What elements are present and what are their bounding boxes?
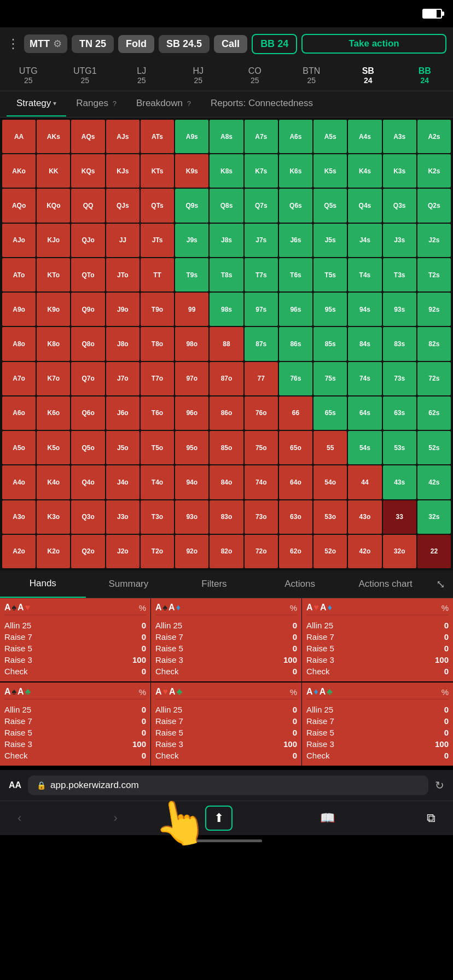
matrix-cell[interactable]: Q5o [71,431,104,464]
matrix-cell[interactable]: 93o [175,500,208,534]
matrix-cell[interactable]: AKo [2,154,36,188]
matrix-cell[interactable]: T8o [141,327,174,360]
matrix-cell[interactable]: K7o [37,362,70,395]
matrix-cell[interactable]: 73s [383,362,416,395]
matrix-cell[interactable]: J5o [106,431,140,464]
matrix-cell[interactable]: A9o [2,293,36,326]
matrix-cell[interactable]: QJs [106,189,140,222]
matrix-cell[interactable]: A6o [2,396,36,430]
matrix-cell[interactable]: 62s [417,396,451,430]
matrix-cell[interactable]: 83o [210,500,243,534]
matrix-cell[interactable]: A4o [2,465,36,499]
matrix-cell[interactable]: J3o [106,500,140,534]
matrix-cell[interactable]: Q3s [383,189,416,222]
pos-bb[interactable]: BB 24 [397,60,454,91]
matrix-cell[interactable]: A5s [313,120,347,153]
forward-button[interactable]: › [109,807,121,830]
matrix-cell[interactable]: AQs [71,120,104,153]
bb-button[interactable]: BB 24 [252,34,297,54]
matrix-cell[interactable]: 95o [175,431,208,464]
matrix-cell[interactable]: A2s [417,120,451,153]
matrix-cell[interactable]: 77 [245,362,278,395]
matrix-cell[interactable]: A7s [245,120,278,153]
matrix-cell[interactable]: 85s [313,327,347,360]
matrix-cell[interactable]: 97s [245,293,278,326]
tab-strategy[interactable]: Strategy ▾ [7,91,66,116]
matrix-cell[interactable]: K3s [383,154,416,188]
matrix-cell[interactable]: 62o [279,535,312,568]
matrix-cell[interactable]: J8o [106,327,140,360]
tab-ranges[interactable]: Ranges ? [66,91,126,116]
hand-combo[interactable]: A♦A♣ [306,687,333,697]
matrix-cell[interactable]: QTo [71,258,104,291]
matrix-cell[interactable]: KJs [106,154,140,188]
matrix-cell[interactable]: Q8s [210,189,243,222]
matrix-cell[interactable]: 98s [210,293,243,326]
matrix-cell[interactable]: J5s [313,224,347,257]
matrix-cell[interactable]: K9s [175,154,208,188]
sb-button[interactable]: SB 24.5 [159,35,210,53]
matrix-cell[interactable]: 87o [210,362,243,395]
matrix-cell[interactable]: A8o [2,327,36,360]
url-bar[interactable]: 🔒 app.pokerwizard.com [28,775,428,795]
matrix-cell[interactable]: 44 [348,465,381,499]
pos-co[interactable]: CO 25 [226,60,283,91]
matrix-cell[interactable]: 86o [210,396,243,430]
matrix-cell[interactable]: AJo [2,224,36,257]
matrix-cell[interactable]: 92s [417,293,451,326]
matrix-cell[interactable]: J4o [106,465,140,499]
matrix-cell[interactable]: A3s [383,120,416,153]
share-button[interactable]: ⬆ [205,806,233,831]
mtt-group[interactable]: MTT ⚙ [24,34,67,53]
matrix-cell[interactable]: QTs [141,189,174,222]
gear-icon[interactable]: ⚙ [53,38,62,50]
matrix-cell[interactable]: A5o [2,431,36,464]
matrix-cell[interactable]: J8s [210,224,243,257]
matrix-cell[interactable]: 63o [279,500,312,534]
matrix-cell[interactable]: 76o [245,396,278,430]
matrix-cell[interactable]: J7o [106,362,140,395]
matrix-cell[interactable]: A3o [2,500,36,534]
matrix-cell[interactable]: K4s [348,154,381,188]
pos-utg[interactable]: UTG 25 [0,60,57,91]
matrix-cell[interactable]: KQs [71,154,104,188]
matrix-cell[interactable]: 64s [348,396,381,430]
matrix-cell[interactable]: KTo [37,258,70,291]
matrix-cell[interactable]: T4s [348,258,381,291]
matrix-cell[interactable]: 64o [279,465,312,499]
call-button[interactable]: Call [214,35,247,53]
matrix-cell[interactable]: 42s [417,465,451,499]
matrix-cell[interactable]: Q2o [71,535,104,568]
matrix-cell[interactable]: 96o [175,396,208,430]
matrix-cell[interactable]: KTs [141,154,174,188]
pos-sb[interactable]: SB 24 [340,60,397,91]
matrix-cell[interactable]: Q8o [71,327,104,360]
matrix-cell[interactable]: AJs [106,120,140,153]
matrix-cell[interactable]: 74o [245,465,278,499]
back-button[interactable]: ‹ [13,807,26,830]
matrix-cell[interactable]: T4o [141,465,174,499]
matrix-cell[interactable]: K6o [37,396,70,430]
hand-combo[interactable]: A♠A♣ [4,687,31,697]
matrix-cell[interactable]: 72o [245,535,278,568]
matrix-cell[interactable]: J6o [106,396,140,430]
matrix-cell[interactable]: Q9s [175,189,208,222]
matrix-cell[interactable]: 76s [279,362,312,395]
matrix-cell[interactable]: Q7s [245,189,278,222]
matrix-cell[interactable]: A6s [279,120,312,153]
tab-breakdown[interactable]: Breakdown ? [126,91,201,116]
matrix-cell[interactable]: 65o [279,431,312,464]
matrix-cell[interactable]: QJo [71,224,104,257]
matrix-cell[interactable]: AQo [2,189,36,222]
matrix-cell[interactable]: T9s [175,258,208,291]
matrix-cell[interactable]: K2s [417,154,451,188]
matrix-cell[interactable]: 88 [210,327,243,360]
matrix-cell[interactable]: T7s [245,258,278,291]
matrix-cell[interactable]: 65s [313,396,347,430]
matrix-cell[interactable]: J7s [245,224,278,257]
matrix-cell[interactable]: JTo [106,258,140,291]
matrix-cell[interactable]: J2o [106,535,140,568]
hand-combo[interactable]: A♥A♦ [306,603,332,612]
matrix-cell[interactable]: 75o [245,431,278,464]
matrix-cell[interactable]: 86s [279,327,312,360]
